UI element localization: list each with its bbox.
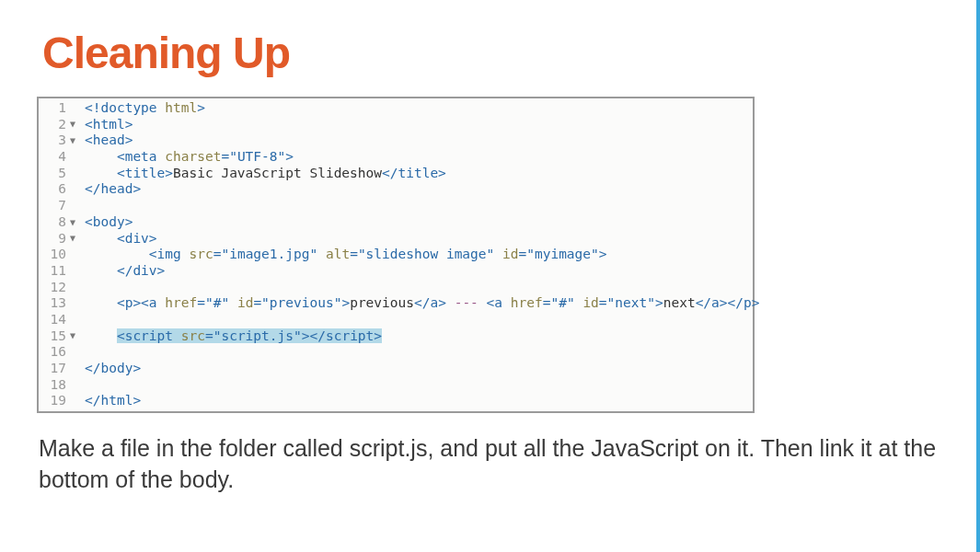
code-line: 7 xyxy=(39,198,753,214)
code-line: 1<!doctype html> xyxy=(39,100,753,117)
code-content: <p><a href="#" id="previous">previous</a… xyxy=(85,295,759,312)
highlighted-code: <script src="script.js"></script> xyxy=(117,328,382,343)
code-content: <head> xyxy=(85,132,753,149)
code-line: 8▼<body> xyxy=(39,214,753,231)
slide-caption: Make a file in the folder called script.… xyxy=(37,433,940,496)
code-line: 16 xyxy=(39,344,753,361)
code-line: 14 xyxy=(39,312,753,328)
fold-toggle-icon[interactable]: ▼ xyxy=(70,233,85,244)
code-content: <meta charset="UTF-8"> xyxy=(85,149,753,166)
code-line: 15▼ <script src="script.js"></script> xyxy=(39,328,753,345)
line-number: 13 xyxy=(39,295,70,312)
line-number: 2 xyxy=(39,117,70,133)
fold-toggle-icon[interactable]: ▼ xyxy=(70,330,85,341)
code-content: <html> xyxy=(85,117,753,133)
line-number: 15 xyxy=(39,328,70,345)
fold-toggle-icon[interactable]: ▼ xyxy=(70,119,85,130)
line-number: 19 xyxy=(39,393,70,409)
line-number: 3 xyxy=(39,132,70,149)
code-line: 12 xyxy=(39,280,753,296)
code-content: <title>Basic JavaScript Slideshow</title… xyxy=(85,166,753,182)
code-content: <!doctype html> xyxy=(85,100,753,117)
code-content: <body> xyxy=(85,214,753,231)
code-content: <div> xyxy=(85,231,753,247)
line-number: 16 xyxy=(39,344,70,361)
code-line: 6</head> xyxy=(39,181,753,198)
fold-toggle-icon[interactable]: ▼ xyxy=(70,217,85,228)
line-number: 5 xyxy=(39,166,70,182)
code-content: </html> xyxy=(85,393,753,409)
line-number: 17 xyxy=(39,361,70,377)
line-number: 11 xyxy=(39,263,70,280)
code-line: 3▼<head> xyxy=(39,132,753,149)
code-line: 11 </div> xyxy=(39,263,753,280)
line-number: 8 xyxy=(39,214,70,231)
code-line: 5 <title>Basic JavaScript Slideshow</tit… xyxy=(39,166,753,182)
code-content: <img src="image1.jpg" alt="slideshow ima… xyxy=(85,247,753,263)
code-line: 10 <img src="image1.jpg" alt="slideshow … xyxy=(39,247,753,263)
code-content: <script src="script.js"></script> xyxy=(85,328,753,345)
line-number: 6 xyxy=(39,181,70,198)
line-number: 9 xyxy=(39,231,70,247)
code-content: </body> xyxy=(85,361,753,377)
slide-container: Cleaning Up 1<!doctype html>2▼<html>3▼<h… xyxy=(0,0,976,496)
line-number: 4 xyxy=(39,149,70,166)
code-content: </div> xyxy=(85,263,753,280)
line-number: 1 xyxy=(39,100,70,117)
code-line: 2▼<html> xyxy=(39,117,753,133)
code-content: </head> xyxy=(85,181,753,198)
code-line: 13 <p><a href="#" id="previous">previous… xyxy=(39,295,753,312)
line-number: 12 xyxy=(39,280,70,296)
code-line: 9▼ <div> xyxy=(39,231,753,247)
code-line: 19</html> xyxy=(39,393,753,409)
line-number: 14 xyxy=(39,312,70,328)
line-number: 10 xyxy=(39,247,70,263)
code-line: 18 xyxy=(39,377,753,394)
slide-title: Cleaning Up xyxy=(42,28,940,78)
code-line: 4 <meta charset="UTF-8"> xyxy=(39,149,753,166)
code-line: 17</body> xyxy=(39,361,753,377)
line-number: 18 xyxy=(39,377,70,394)
code-editor: 1<!doctype html>2▼<html>3▼<head>4 <meta … xyxy=(37,97,755,413)
line-number: 7 xyxy=(39,198,70,214)
fold-toggle-icon[interactable]: ▼ xyxy=(70,135,85,146)
